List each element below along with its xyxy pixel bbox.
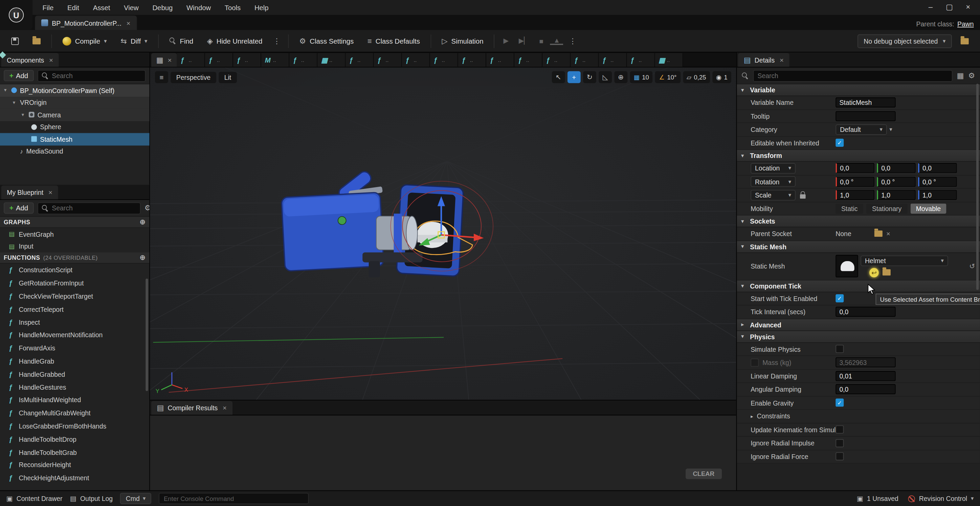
graph-tab[interactable]: ƒ..: [374, 53, 402, 67]
function-item[interactable]: ƒHandleToolbeltDrop: [0, 433, 149, 446]
graph-tab[interactable]: ƒ..: [430, 53, 458, 67]
clear-button[interactable]: CLEAR: [685, 468, 722, 479]
category-static-mesh[interactable]: ▾ Static Mesh: [737, 241, 980, 253]
viewport-panel[interactable]: Y X ≡ Perspective Lit ↖ + ↻ ◺ ⊕ ▦ 10 ∠ 1…: [150, 67, 736, 400]
graph-tab[interactable]: ƒ..: [458, 53, 486, 67]
close-icon[interactable]: ×: [780, 56, 784, 63]
location-z-input[interactable]: 0,0: [918, 163, 957, 173]
expander-icon[interactable]: ▾: [2, 87, 8, 94]
kebab-icon[interactable]: ⋮: [271, 36, 282, 45]
maximize-button[interactable]: ▢: [941, 0, 957, 14]
tooltip-input[interactable]: [835, 111, 896, 121]
asset-tab-blueprint[interactable]: BP_MotionControllerP... ×: [35, 16, 137, 30]
tree-row-mediasound[interactable]: ♪ MediaSound: [0, 145, 149, 157]
frame-skip-button[interactable]: ▶▏: [515, 37, 532, 45]
chevron-down-icon[interactable]: ▾: [889, 127, 892, 133]
rotation-snap-control[interactable]: ∠ 10°: [655, 71, 680, 83]
graphs-section-header[interactable]: GRAPHS ⊕: [0, 217, 149, 228]
clear-socket-icon[interactable]: ×: [886, 230, 890, 238]
graph-tab[interactable]: ƒ..: [627, 53, 655, 67]
scale-x-input[interactable]: 1,0: [835, 190, 874, 200]
graph-tab[interactable]: ƒ..: [486, 53, 514, 67]
linear-damping-input[interactable]: 0,01: [835, 371, 896, 381]
chevron-down-icon[interactable]: ▾: [104, 38, 107, 44]
menu-debug[interactable]: Debug: [146, 2, 179, 14]
category-advanced[interactable]: ▸ Advanced: [737, 319, 980, 331]
ignore-radial-force-checkbox[interactable]: [835, 452, 844, 461]
function-item[interactable]: ƒChangeMultiGrabWeight: [0, 406, 149, 419]
settings-icon[interactable]: ⚙: [968, 71, 975, 80]
mass-override-checkbox[interactable]: [751, 358, 759, 366]
category-component-tick[interactable]: ▾ Component Tick: [737, 280, 980, 292]
browse-asset-icon[interactable]: [883, 269, 891, 275]
close-icon[interactable]: ×: [223, 404, 227, 412]
function-item[interactable]: ƒCorrectTeleport: [0, 303, 149, 316]
play-button[interactable]: ▶: [500, 37, 512, 45]
tab-components[interactable]: Components ×: [2, 53, 59, 67]
static-mesh-select[interactable]: Helmet ▾: [861, 255, 948, 265]
stop-button[interactable]: ■: [536, 37, 547, 44]
tab-compiler-results[interactable]: ▤ Compiler Results ×: [151, 401, 232, 415]
graph-tab[interactable]: ƒ..: [514, 53, 542, 67]
function-item[interactable]: ƒHandleGrab: [0, 354, 149, 367]
function-item[interactable]: ƒHandleToolbeltGrab: [0, 446, 149, 458]
scrollbar[interactable]: [145, 279, 148, 391]
rotation-z-input[interactable]: 0,0 °: [918, 176, 957, 187]
start-tick-checkbox[interactable]: [835, 294, 844, 302]
view-mode-lit-button[interactable]: Lit: [219, 71, 237, 82]
browse-asset-button[interactable]: [27, 35, 46, 48]
update-kinematic-checkbox[interactable]: [835, 425, 844, 434]
grid-snap-control[interactable]: ▦ 10: [630, 71, 653, 83]
graph-tab[interactable]: ƒ..: [205, 53, 233, 67]
category-sockets[interactable]: ▾ Sockets: [737, 216, 980, 227]
viewport-menu-icon[interactable]: ≡: [155, 71, 168, 83]
graph-tab[interactable]: ▦..: [655, 53, 683, 67]
move-tool-icon[interactable]: +: [568, 71, 581, 83]
location-x-input[interactable]: 0,0: [835, 163, 874, 173]
use-selected-asset-icon[interactable]: ↩: [869, 268, 879, 277]
unsaved-button[interactable]: ▣ 1 Unsaved: [857, 495, 899, 503]
tree-row-vrorigin[interactable]: ▾ VROrigin: [0, 97, 149, 109]
menu-help[interactable]: Help: [248, 2, 275, 14]
tree-row-sphere[interactable]: Sphere: [0, 121, 149, 133]
function-item[interactable]: ƒHandleGestures: [0, 381, 149, 393]
parent-class-link[interactable]: Pawn: [957, 20, 974, 27]
tab-viewport[interactable]: ▦ ×: [151, 53, 177, 67]
minimize-button[interactable]: –: [923, 0, 939, 14]
socket-browse-icon[interactable]: [874, 231, 883, 237]
menu-view[interactable]: View: [118, 2, 145, 14]
graph-tab[interactable]: M..: [261, 53, 290, 67]
add-blueprint-item-button[interactable]: + Add: [4, 202, 34, 213]
graph-tab[interactable]: ƒ..: [290, 53, 317, 67]
function-item[interactable]: ƒInspect: [0, 316, 149, 328]
menu-window[interactable]: Window: [180, 2, 217, 14]
function-item[interactable]: ƒConstructionScript: [0, 263, 149, 276]
tab-my-blueprint[interactable]: My Blueprint ×: [2, 186, 58, 200]
details-search-input[interactable]: [757, 72, 948, 79]
graph-item-eventgraph[interactable]: ▤ EventGraph: [0, 228, 149, 240]
graph-tab[interactable]: ƒ..: [233, 53, 261, 67]
category-transform[interactable]: ▾ Transform: [737, 150, 980, 162]
scale-z-input[interactable]: 1,0: [918, 190, 957, 200]
debug-object-select[interactable]: No debug object selected ▾: [858, 34, 952, 48]
static-mesh-thumbnail[interactable]: [835, 255, 858, 278]
components-search-input[interactable]: [52, 72, 141, 79]
perspective-button[interactable]: Perspective: [170, 71, 216, 82]
function-item[interactable]: ƒCheckViewTeleportTarget: [0, 290, 149, 302]
details-search[interactable]: [753, 70, 953, 81]
graph-item-input[interactable]: ▤ Input: [0, 240, 149, 252]
close-icon[interactable]: ×: [49, 56, 53, 63]
graph-tab[interactable]: ƒ..: [177, 53, 205, 67]
save-button[interactable]: [6, 34, 24, 48]
tick-interval-input[interactable]: 0,0: [835, 307, 896, 317]
scale-y-input[interactable]: 1,0: [877, 190, 916, 200]
camera-speed-control[interactable]: ◉ 1: [712, 71, 731, 83]
tree-row-self[interactable]: ▾ BP_MotionControllerPawn (Self): [0, 84, 149, 97]
hide-unrelated-button[interactable]: ◈ Hide Unrelated: [202, 33, 267, 48]
graph-tab[interactable]: ƒ..: [542, 53, 571, 67]
eject-button[interactable]: ▲: [550, 37, 563, 44]
mobility-stationary-button[interactable]: Stationary: [866, 204, 907, 214]
editable-checkbox[interactable]: [835, 139, 844, 147]
kebab-icon[interactable]: ⋮: [567, 36, 578, 45]
function-item[interactable]: ƒCheckHeightAdjustment: [0, 471, 149, 484]
